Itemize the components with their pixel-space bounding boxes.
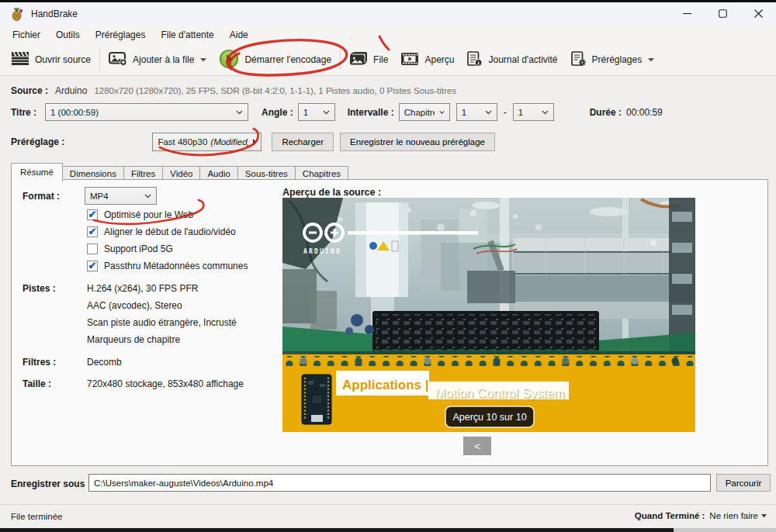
range-type-select[interactable]: Chapitres [399,103,450,121]
angle-select[interactable]: 1 [298,103,335,121]
arduino-logo-text: ARDUINO [303,248,341,255]
checkbox-passthru-metadata[interactable]: ✔ Passthru Métadonnées communes [87,259,248,273]
preset-label: Préréglage : [11,136,64,147]
chevron-down-icon [236,110,243,115]
chevron-right-icon [253,139,257,146]
checkbox-web-optimized[interactable]: ✔ Optimisé pour le Web [87,208,193,222]
menu-prereglages[interactable]: Préréglages [88,26,154,43]
title-label: Titre : [11,107,45,118]
menu-file-attente[interactable]: File d'attente [153,26,221,43]
chevron-down-icon [144,194,151,199]
checkbox-label: Passthru Métadonnées communes [104,261,248,271]
previous-preview-button[interactable]: < [463,437,491,455]
queue-status-text: File terminée [11,512,62,521]
angle-label: Angle : [262,107,293,118]
add-to-queue-label: Ajouter à la file [133,54,194,65]
handbrake-window: HandBrake Fichier Outils Préréglages Fil… [0,0,776,532]
when-done-value: Ne rien faire [709,511,758,520]
chevron-down-icon [648,58,654,62]
start-encode-button[interactable]: Démarrer l'encodage [213,45,338,75]
menu-aide[interactable]: Aide [222,26,256,43]
checkbox-ipod-5g[interactable]: Support iPod 5G [87,242,173,256]
range-label: Intervalle : [348,107,394,118]
open-source-button[interactable]: Ouvrir source [5,47,97,72]
add-picture-icon [109,52,127,68]
check-icon: ✔ [88,261,97,271]
clapperboard-icon [11,51,29,68]
range-from-select[interactable]: 1 [456,103,497,121]
duration-label: Durée : [590,107,622,118]
minimize-button[interactable] [669,2,705,25]
preset-modified-tag: (Modified) [210,137,248,147]
toolbar-separator [340,49,341,71]
chevron-down-icon [761,514,767,518]
duration-value: 00:00:59 [626,107,663,118]
presets-button[interactable]: Préréglages [564,47,661,73]
track-line: H.264 (x264), 30 FPS PFR [87,283,198,294]
browse-button[interactable]: Parcourir [716,474,771,492]
chevron-down-icon [200,58,206,62]
source-name: Arduino [55,85,87,96]
checkbox-box: ✔ [87,261,98,271]
checkbox-label: Support iPod 5G [104,244,173,254]
add-to-queue-button[interactable]: Ajouter à la file [102,48,213,72]
stacked-pictures-icon [349,51,368,68]
preset-select[interactable]: Fast 480p30(Modified) [152,133,262,151]
reload-preset-button[interactable]: Recharger [272,133,334,151]
filters-value: Decomb [87,357,122,368]
statusbar: File terminée Quand Terminé : Ne rien fa… [0,504,776,528]
title-row: Titre : 1 (00:00:59) Angle : 1 Intervall… [11,103,663,121]
menubar: Fichier Outils Préréglages File d'attent… [0,25,776,44]
save-new-preset-button[interactable]: Enregistrer le nouveau préréglage [340,133,495,151]
destination-path-input[interactable] [88,474,711,492]
format-label: Format : [23,191,60,202]
filters-label: Filtres : [23,357,56,368]
open-source-label: Ouvrir source [35,54,91,65]
activity-log-button[interactable]: Journal d'activité [460,47,563,73]
menu-outils[interactable]: Outils [48,26,88,43]
activity-log-icon [466,51,483,69]
presets-label: Préréglages [592,54,643,65]
when-done-select[interactable]: Ne rien faire [709,511,767,520]
maximize-button[interactable] [705,2,740,25]
presets-gear-icon [570,51,587,69]
close-button[interactable] [740,2,776,25]
menu-fichier[interactable]: Fichier [5,26,48,43]
size-label: Taille : [23,378,51,389]
preset-row: Préréglage : Fast 480p30(Modified) Recha… [11,133,495,151]
play-icon [219,49,239,71]
toolbar-separator [99,49,100,71]
title-select[interactable]: 1 (00:00:59) [45,103,248,121]
format-value: MP4 [90,192,109,201]
check-icon: ✔ [88,226,97,237]
handbrake-logo-icon [10,7,24,21]
preview-counter-badge: Aperçu 10 sur 10 [445,406,534,427]
start-encode-label: Démarrer l'encodage [244,54,331,65]
format-select[interactable]: MP4 [85,187,157,205]
track-line: Scan piste audio étrangère, Incrusté [87,317,237,328]
chevron-down-icon [542,110,549,115]
queue-button[interactable]: File [343,47,394,72]
track-line: Marqueurs de chapitre [87,334,180,345]
range-to-value: 1 [518,108,523,117]
checkbox-align-av-start[interactable]: ✔ Aligner le début de l'audio/vidéo [87,225,236,239]
bottom-edge-strip [0,528,776,532]
preview-button[interactable]: Aperçu [394,48,460,72]
size-value: 720x480 stockage, 853x480 affichage [87,378,244,389]
tab-resume[interactable]: Résumé [11,163,63,181]
checkbox-label: Optimisé pour le Web [104,209,193,220]
when-done-label: Quand Terminé : [635,511,705,520]
range-separator: - [504,107,507,118]
when-done-control[interactable]: Quand Terminé : Ne rien faire [635,511,767,520]
source-preview-header: Aperçu de la source : [282,187,381,198]
checkbox-label: Aligner le début de l'audio/vidéo [104,226,236,237]
preview-counter-label: Aperçu 10 sur 10 [452,412,526,423]
range-to-select[interactable]: 1 [513,103,554,121]
source-info-row: Source : Arduino 1280x720 (1280x720), 25… [11,85,456,96]
tracks-label: Pistes : [23,283,56,294]
preview-label: Aperçu [424,54,454,65]
summary-panel: Format : MP4 ✔ Optimisé pour le Web ✔ Al… [11,179,768,466]
checkbox-box: ✔ [87,209,98,220]
toolbar: Ouvrir source Ajouter à la file Démarrer… [0,44,776,76]
source-label: Source : [11,85,48,96]
